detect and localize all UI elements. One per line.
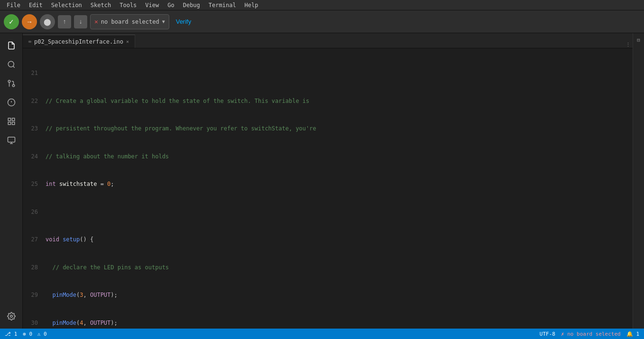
main-content: ∞ p02_SpaceshipInterface.ino ✕ ⋮ 21 22//… (0, 33, 644, 329)
editor-area: ∞ p02_SpaceshipInterface.ino ✕ ⋮ 21 22//… (23, 33, 633, 329)
svg-rect-11 (8, 122, 10, 125)
sidebar (0, 33, 23, 329)
svg-rect-12 (8, 137, 15, 142)
svg-rect-9 (12, 118, 14, 120)
svg-line-1 (13, 66, 14, 67)
notification-count: 🔔 1 (626, 331, 639, 337)
panel-toggle-button[interactable]: ⋮ (624, 42, 633, 48)
tab-close-button[interactable]: ✕ (126, 39, 129, 44)
menu-sketch[interactable]: Sketch (87, 1, 115, 9)
board-selector[interactable]: ✕ no board selected ▼ (90, 14, 169, 29)
upload-button[interactable]: → (22, 14, 37, 29)
tab-bar: ∞ p02_SpaceshipInterface.ino ✕ ⋮ (23, 33, 633, 48)
scroll-up-button[interactable]: ↑ (58, 15, 71, 28)
panel-toggle: ⊟ (633, 33, 644, 329)
verify-button[interactable]: Verify (172, 16, 195, 27)
tab-spaceship[interactable]: ∞ p02_SpaceshipInterface.ino ✕ (23, 35, 135, 48)
sidebar-item-search[interactable] (3, 56, 20, 73)
statusbar-left: ⎇ 1 ⊗ 0 ⚠ 0 (5, 331, 47, 337)
toolbar: ✓ → ⬤ ↑ ↓ ✕ no board selected ▼ Verify (0, 10, 644, 33)
status-bar: ⎇ 1 ⊗ 0 ⚠ 0 UTF-8 ✗ no board selected 🔔 … (0, 329, 644, 339)
sidebar-item-git[interactable] (3, 75, 20, 92)
tab-filename: p02_SpaceshipInterface.ino (34, 38, 123, 45)
git-branch-indicator[interactable]: ⎇ 1 (5, 331, 17, 337)
menu-terminal[interactable]: Terminal (205, 1, 240, 9)
error-count: 0 (29, 331, 33, 337)
scroll-down-button[interactable]: ↓ (74, 15, 87, 28)
menu-go[interactable]: Go (164, 1, 178, 9)
git-count: 1 (14, 331, 18, 337)
sidebar-item-board[interactable] (3, 132, 20, 149)
board-dropdown-arrow: ▼ (162, 19, 165, 24)
svg-point-2 (12, 84, 15, 87)
menu-file[interactable]: File (3, 1, 24, 9)
sidebar-item-debug2[interactable] (3, 94, 20, 111)
tab-icon: ∞ (28, 39, 31, 44)
svg-rect-8 (8, 118, 10, 120)
sidebar-item-extensions[interactable] (3, 113, 20, 130)
svg-point-0 (8, 61, 14, 67)
svg-rect-10 (12, 122, 14, 125)
menu-view[interactable]: View (141, 1, 163, 9)
menu-selection[interactable]: Selection (47, 1, 86, 9)
git-icon: ⎇ (5, 331, 11, 337)
sidebar-item-files[interactable] (3, 37, 20, 54)
code-editor[interactable]: 21 22// Create a global variable to hold… (23, 48, 633, 329)
svg-point-15 (10, 315, 12, 318)
board-error-icon: ✕ (94, 18, 98, 25)
debug-button[interactable]: ⬤ (40, 14, 55, 29)
panel-collapse-button[interactable]: ⊟ (634, 35, 644, 45)
menu-edit[interactable]: Edit (25, 1, 46, 9)
board-status[interactable]: ✗ no board selected (561, 331, 621, 337)
code-lines: 21 22// Create a global variable to hold… (23, 48, 633, 329)
error-warning-indicator: ⊗ 0 ⚠ 0 (23, 331, 46, 337)
sidebar-item-settings[interactable] (3, 308, 20, 325)
menu-debug[interactable]: Debug (179, 1, 204, 9)
encoding-indicator: UTF-8 (540, 331, 555, 337)
circle-icon: ⊗ (23, 331, 26, 337)
menu-help[interactable]: Help (241, 1, 262, 9)
triangle-icon: ⚠ (37, 331, 41, 337)
menu-tools[interactable]: Tools (116, 1, 140, 9)
menu-bar: File Edit Selection Sketch Tools View Go… (0, 0, 644, 10)
statusbar-right: UTF-8 ✗ no board selected 🔔 1 (540, 331, 639, 337)
svg-point-3 (8, 80, 10, 82)
verify-upload-button[interactable]: ✓ (4, 14, 19, 29)
board-name: no board selected (101, 18, 159, 25)
warning-count: 0 (44, 331, 47, 337)
